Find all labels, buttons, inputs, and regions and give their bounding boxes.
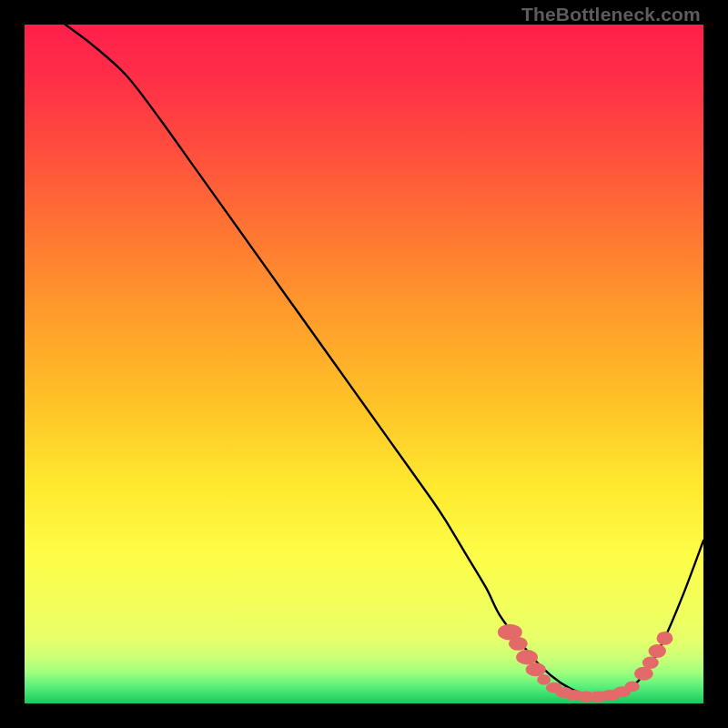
chart-svg [25,25,703,703]
chart-plot-area [25,25,703,703]
chart-frame: TheBottleneck.com [0,0,728,728]
curve-marker [516,650,538,664]
curve-marker [649,644,666,658]
curve-marker [657,632,673,645]
curve-marker [634,667,653,681]
curve-marker [624,681,639,692]
curve-marker [509,637,528,651]
chart-background-gradient [25,25,703,703]
curve-marker [642,657,659,669]
watermark-text: TheBottleneck.com [521,4,701,25]
curve-marker [537,674,551,685]
curve-marker [526,662,546,676]
